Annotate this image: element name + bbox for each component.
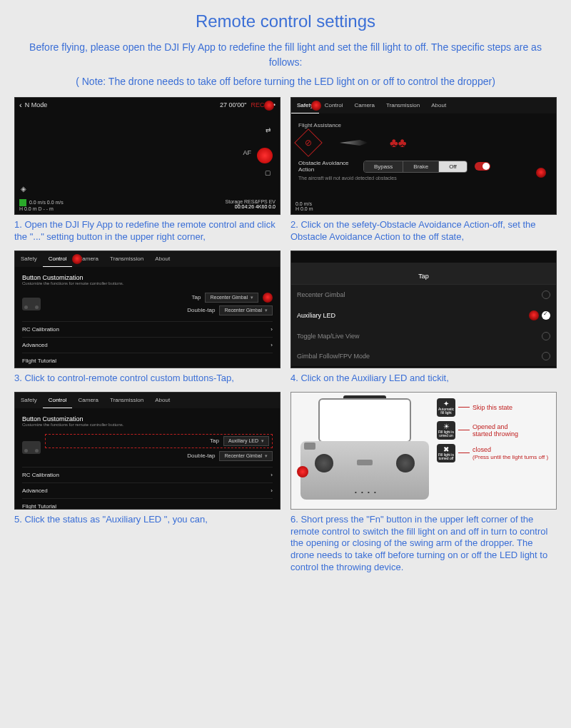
tab-about[interactable]: About xyxy=(149,393,176,408)
tab-safety[interactable]: Safety xyxy=(15,251,43,267)
flight-tutorial-row[interactable]: Flight Tutorial xyxy=(22,353,273,368)
option-toggle-map[interactable]: Toggle Map/Live View xyxy=(291,326,556,346)
screenshot-2: Safety Control Camera Transmission About… xyxy=(290,97,557,215)
obstacle-avoidance-label: Obstacle Avoidance Action xyxy=(298,160,359,173)
record-button[interactable] xyxy=(257,148,273,163)
caption-5: 5. Click the status as "Auxiliary LED ",… xyxy=(14,514,281,526)
tab-about[interactable]: About xyxy=(425,98,452,113)
remote-icon xyxy=(22,298,41,310)
flight-tutorial-row[interactable]: Flight Tutorial xyxy=(22,498,273,510)
settings-tabs: Safety Control Camera Transmission About xyxy=(15,251,280,267)
step-4: Tap Recenter Gimbal Auxiliary LED Toggle… xyxy=(290,251,557,385)
settings-tabs: Safety Control Camera Transmission About xyxy=(291,98,556,113)
popup-title: Tap xyxy=(291,263,556,285)
chevron-down-icon: ▾ xyxy=(251,295,253,300)
remote-control-illustration: • • • • xyxy=(297,398,433,504)
tab-safety[interactable]: Safety xyxy=(15,393,43,408)
back-icon[interactable]: ‹ xyxy=(19,101,22,109)
option-aux-led[interactable]: Auxiliary LED xyxy=(291,305,556,326)
radio-icon xyxy=(542,332,550,340)
toggle-icon[interactable] xyxy=(475,162,490,171)
flight-mode: N Mode xyxy=(25,101,48,108)
screenshot-3: Safety Control Camera Transmission About… xyxy=(14,251,281,368)
tap-label: Tap xyxy=(210,438,219,444)
chevron-right-icon: › xyxy=(271,472,273,478)
button-custom-sub: Customize the functions for remote contr… xyxy=(22,423,273,427)
signal-icon xyxy=(19,199,26,206)
callout-line-icon xyxy=(458,453,470,453)
doubletap-dropdown[interactable]: Recenter Gimbal▾ xyxy=(219,451,273,461)
seg-brake[interactable]: Brake xyxy=(403,161,439,172)
tab-transmission[interactable]: Transmission xyxy=(380,98,425,113)
altitude-readout: H 0.0 m xyxy=(295,206,313,211)
tab-control[interactable]: Control xyxy=(43,393,73,408)
tab-camera[interactable]: Camera xyxy=(348,98,380,113)
step-2: Safety Control Camera Transmission About… xyxy=(290,97,557,243)
legend-skip: Skip this state xyxy=(473,404,512,411)
flight-assist-label: Flight Assistance xyxy=(298,122,549,128)
gallery-icon[interactable]: ▢ xyxy=(265,169,271,176)
dots-icon: • • • • xyxy=(355,489,378,495)
storage-values: 00:04:26 4K60 0.0 xyxy=(235,204,276,209)
speed-readout: 0.0 m/s xyxy=(295,201,312,206)
tab-control[interactable]: Control xyxy=(319,98,349,113)
advanced-row[interactable]: Advanced› xyxy=(22,482,273,498)
settings-tabs: Safety Control Camera Transmission About xyxy=(15,393,280,408)
tab-about[interactable]: About xyxy=(149,251,176,267)
fn-button[interactable] xyxy=(304,443,315,450)
caption-6: 6. Short press the "Fn" button in the up… xyxy=(290,514,557,574)
map-icon[interactable]: ◈ xyxy=(21,185,26,193)
step-1: ‹ N Mode 27 00'00" REC ••• ⇄ AF ▢ ◈ 0.0 … xyxy=(14,97,281,243)
rc-calibration-row[interactable]: RC Calibration› xyxy=(22,467,273,482)
step-3: Safety Control Camera Transmission About… xyxy=(14,251,281,385)
highlight-dot-icon xyxy=(297,466,308,477)
screenshot-4: Tap Recenter Gimbal Auxiliary LED Toggle… xyxy=(290,251,557,368)
callout-line-icon xyxy=(458,430,470,430)
right-stick[interactable] xyxy=(396,454,415,472)
doubletap-dropdown[interactable]: Recenter Gimbal▾ xyxy=(219,305,273,315)
fill-light-on-icon: ☀Fill light is urned on xyxy=(437,421,455,440)
intro-text: Before flying, please open the DJI Fly A… xyxy=(14,40,557,70)
highlight-dot-icon xyxy=(72,254,82,264)
note-text: ( Note: The drone needs to take off befo… xyxy=(14,76,557,87)
obstacle-note: The aircraft will not avoid detected obs… xyxy=(298,176,549,181)
step-5: Safety Control Camera Transmission About… xyxy=(14,392,281,574)
tap-row-highlight: Tap Auxiliary LED▾ xyxy=(45,434,273,448)
doubletap-label: Double-tap xyxy=(187,453,215,459)
phone-icon xyxy=(318,398,411,443)
left-stick[interactable] xyxy=(315,454,333,472)
option-recenter[interactable]: Recenter Gimbal xyxy=(291,285,556,305)
tap-dropdown[interactable]: Auxiliary LED▾ xyxy=(223,436,269,446)
obstacle-avoidance-segment[interactable]: Bypass Brake Off xyxy=(363,161,468,173)
highlight-dot-icon xyxy=(529,310,539,320)
seg-bypass[interactable]: Bypass xyxy=(364,161,403,172)
seg-off[interactable]: Off xyxy=(439,161,467,172)
radio-icon xyxy=(542,290,550,299)
remote-diagram: • • • • ✦Automatic fill light Skip this … xyxy=(290,392,557,510)
tap-dropdown[interactable]: Recenter Gimbal▾ xyxy=(205,293,258,303)
timer: 27 00'00" xyxy=(220,101,246,108)
button-custom-sub: Customize the functions for remote contr… xyxy=(22,281,273,285)
chevron-right-icon: › xyxy=(271,487,273,494)
chevron-down-icon: ▾ xyxy=(261,438,264,444)
radio-checked-icon xyxy=(542,311,550,320)
storage-header: Storage RES&FPS EV xyxy=(226,199,276,204)
camera-switch-icon[interactable]: ⇄ xyxy=(266,126,271,133)
auto-fill-light-icon: ✦Automatic fill light xyxy=(437,398,455,417)
page-title: Remote control settings xyxy=(14,11,557,31)
tab-transmission[interactable]: Transmission xyxy=(104,251,149,267)
obstacle-icon: ⊘ xyxy=(294,128,323,157)
tab-transmission[interactable]: Transmission xyxy=(104,393,149,408)
steps-grid: ‹ N Mode 27 00'00" REC ••• ⇄ AF ▢ ◈ 0.0 … xyxy=(14,97,557,574)
chevron-down-icon: ▾ xyxy=(265,453,268,459)
center-button[interactable] xyxy=(357,460,373,465)
step-6: • • • • ✦Automatic fill light Skip this … xyxy=(290,392,557,574)
tab-control[interactable]: Control xyxy=(43,251,73,267)
tab-camera[interactable]: Camera xyxy=(72,393,103,408)
tap-label: Tap xyxy=(192,294,201,300)
chevron-right-icon: › xyxy=(271,326,273,333)
trees-icon: ♣♣ xyxy=(390,136,407,151)
option-gimbal-mode[interactable]: Gimbal Follow/FPV Mode xyxy=(291,346,556,366)
advanced-row[interactable]: Advanced› xyxy=(22,337,273,353)
rc-calibration-row[interactable]: RC Calibration› xyxy=(22,321,273,337)
